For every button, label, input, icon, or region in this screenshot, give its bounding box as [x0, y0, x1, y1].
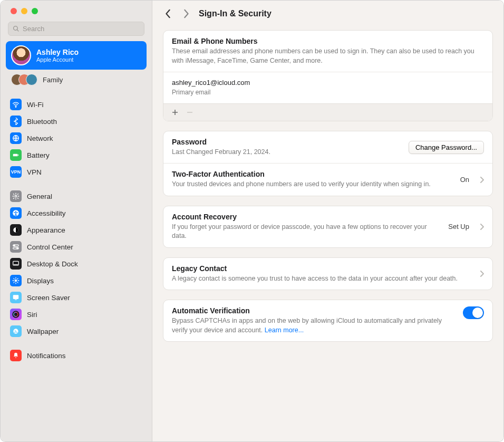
- svg-point-11: [14, 245, 15, 246]
- recovery-desc: If you forget your password or device pa…: [172, 223, 441, 241]
- email-phone-title: Email & Phone Numbers: [172, 37, 484, 45]
- svg-rect-5: [18, 155, 18, 156]
- search-icon: [13, 25, 20, 32]
- svg-point-13: [17, 247, 18, 248]
- sidebar-item-control-center[interactable]: Control Center: [6, 238, 147, 255]
- legacy-desc: A legacy contact is someone you trust to…: [172, 274, 469, 284]
- globe-icon: [10, 132, 22, 144]
- two-factor-value: On: [460, 176, 469, 184]
- svg-point-6: [15, 195, 17, 197]
- svg-point-22: [15, 330, 16, 331]
- back-button[interactable]: [163, 8, 173, 20]
- sidebar-item-appearance[interactable]: Appearance: [6, 222, 147, 238]
- sidebar-item-label: Notifications: [27, 352, 66, 360]
- sidebar-item-label: Control Center: [27, 243, 73, 251]
- sidebar-item-displays[interactable]: Displays: [6, 272, 147, 289]
- vpn-icon: VPN: [10, 166, 22, 178]
- email-list-footer: [163, 103, 492, 121]
- password-title: Password: [172, 138, 401, 146]
- family-label: Family: [43, 76, 63, 84]
- account-recovery-panel: Account Recovery If you forget your pass…: [163, 206, 493, 248]
- bluetooth-icon: [10, 116, 22, 127]
- siri-icon: [10, 309, 22, 320]
- recovery-title: Account Recovery: [172, 213, 441, 221]
- svg-point-8: [15, 211, 16, 212]
- user-avatar: [11, 45, 31, 65]
- svg-rect-18: [15, 300, 17, 300]
- sidebar-item-apple-account[interactable]: Ashley Rico Apple Account: [6, 41, 147, 70]
- content-pane: Sign-In & Security Email & Phone Numbers…: [152, 1, 503, 441]
- forward-button[interactable]: [181, 8, 191, 20]
- chevron-right-icon: [480, 224, 484, 230]
- change-password-button[interactable]: Change Password...: [409, 141, 484, 154]
- learn-more-link[interactable]: Learn more...: [265, 326, 304, 334]
- svg-line-1: [17, 30, 18, 31]
- two-factor-row[interactable]: Two-Factor Authentication Your trusted d…: [163, 163, 492, 196]
- sidebar-item-label: Network: [27, 134, 53, 142]
- auto-verify-title: Automatic Verification: [172, 306, 455, 315]
- auto-verify-toggle[interactable]: [463, 306, 484, 319]
- display-icon: [10, 275, 22, 286]
- sidebar-item-general[interactable]: General: [6, 188, 147, 205]
- primary-email-label: Primary email: [172, 88, 484, 97]
- sidebar-item-notifications[interactable]: Notifications: [6, 347, 147, 364]
- close-window-button[interactable]: [11, 8, 17, 14]
- wallpaper-icon: [10, 325, 22, 337]
- family-avatars: [11, 74, 37, 85]
- search-field[interactable]: [8, 22, 144, 36]
- sidebar-item-wifi[interactable]: Wi-Fi: [6, 96, 147, 113]
- sidebar-item-label: Siri: [27, 311, 37, 319]
- password-panel: Password Last Changed February 21, 2024.…: [163, 131, 493, 196]
- account-recovery-row[interactable]: Account Recovery If you forget your pass…: [163, 206, 492, 247]
- battery-icon: [10, 149, 22, 161]
- legacy-contact-row[interactable]: Legacy Contact A legacy contact is someo…: [163, 258, 492, 290]
- switches-icon: [10, 241, 22, 253]
- sidebar-item-screen-saver[interactable]: Screen Saver: [6, 289, 147, 306]
- sidebar-item-network[interactable]: Network: [6, 130, 147, 147]
- sidebar-item-label: Desktop & Dock: [27, 260, 78, 268]
- automatic-verification-panel: Automatic Verification Bypass CAPTCHAs i…: [163, 300, 493, 342]
- primary-email-value: ashley_rico1@icloud.com: [172, 79, 484, 87]
- password-desc: Last Changed February 21, 2024.: [172, 148, 401, 157]
- sidebar-item-wallpaper[interactable]: Wallpaper: [6, 323, 147, 340]
- bell-icon: [10, 350, 22, 361]
- sidebar-item-label: Bluetooth: [27, 118, 57, 126]
- svg-rect-17: [13, 295, 19, 299]
- auto-verify-desc: Bypass CAPTCHAs in apps and on the web b…: [172, 316, 455, 335]
- email-row[interactable]: ashley_rico1@icloud.com Primary email: [163, 72, 492, 103]
- add-email-button[interactable]: [169, 107, 181, 118]
- two-factor-title: Two-Factor Authentication: [172, 170, 453, 178]
- sidebar-item-battery[interactable]: Battery: [6, 147, 147, 164]
- chevron-right-icon: [480, 271, 484, 277]
- remove-email-button: [183, 107, 196, 118]
- page-title: Sign-In & Security: [199, 9, 272, 18]
- appearance-icon: [10, 224, 22, 236]
- sidebar-item-label: Displays: [27, 277, 54, 285]
- sidebar-item-accessibility[interactable]: Accessibility: [6, 205, 147, 222]
- search-input[interactable]: [23, 25, 140, 33]
- svg-point-0: [14, 26, 18, 31]
- sidebar-item-label: Wallpaper: [27, 328, 59, 335]
- sidebar-item-desktop-dock[interactable]: Desktop & Dock: [6, 255, 147, 272]
- fullscreen-window-button[interactable]: [32, 8, 38, 14]
- sidebar-item-bluetooth[interactable]: Bluetooth: [6, 113, 147, 130]
- gear-icon: [10, 190, 22, 202]
- svg-point-2: [15, 107, 16, 107]
- svg-point-16: [15, 280, 17, 282]
- chevron-right-icon: [480, 177, 484, 183]
- sidebar-item-siri[interactable]: Siri: [6, 306, 147, 323]
- sidebar-item-label: Accessibility: [27, 209, 66, 217]
- two-factor-desc: Your trusted devices and phone numbers a…: [172, 180, 453, 189]
- sidebar-item-vpn[interactable]: VPNVPN: [6, 164, 147, 180]
- sidebar-item-family[interactable]: Family: [6, 71, 147, 89]
- screensaver-icon: [10, 292, 22, 303]
- sidebar-item-label: Appearance: [27, 226, 65, 234]
- account-name: Ashley Rico: [36, 48, 79, 56]
- recovery-value: Set Up: [448, 223, 469, 230]
- wifi-icon: [10, 99, 22, 110]
- email-phone-desc: These email addresses and phone numbers …: [172, 47, 484, 65]
- sidebar-item-label: Battery: [27, 151, 50, 159]
- minimize-window-button[interactable]: [21, 8, 27, 14]
- email-phone-panel: Email & Phone Numbers These email addres…: [163, 30, 493, 121]
- sidebar-item-label: General: [27, 193, 52, 200]
